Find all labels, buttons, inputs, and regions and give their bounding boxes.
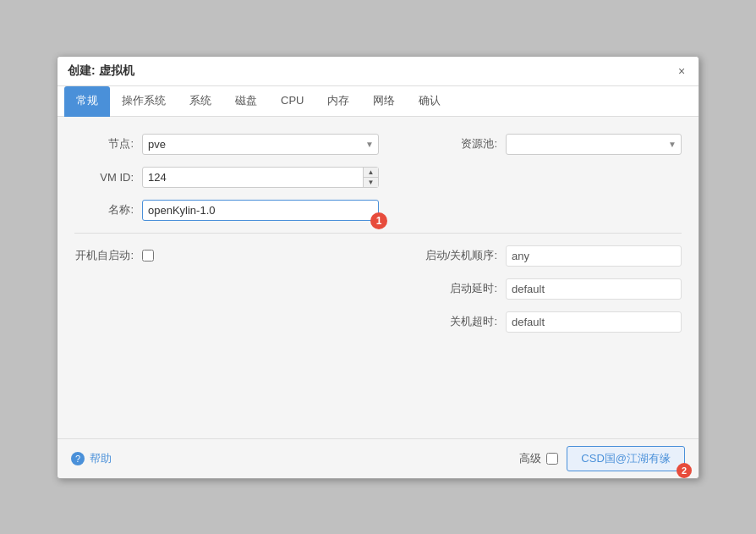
next-badge: 2 <box>677 463 692 478</box>
advanced-label: 高级 <box>519 451 541 466</box>
autostart-checkbox[interactable] <box>142 250 154 261</box>
dialog-body: 节点: pve ▼ 资源池: ▼ <box>58 117 698 438</box>
tab-system[interactable]: 系统 <box>178 86 223 117</box>
boot-order-label: 启动/关机顺序: <box>413 248 506 263</box>
autostart-label: 开机自启动: <box>74 248 142 263</box>
resource-pool-select[interactable] <box>506 134 682 155</box>
boot-order-value: any <box>506 245 682 267</box>
help-section[interactable]: ? 帮助 <box>71 451 112 466</box>
node-select-container: pve ▼ <box>142 134 379 155</box>
resource-pool-select-wrapper: ▼ <box>506 134 682 155</box>
create-vm-dialog: 创建: 虚拟机 × 常规 操作系统 系统 磁盘 CPU 内存 网络 确认 节点:… <box>57 56 699 479</box>
vmid-input[interactable] <box>142 167 379 188</box>
shutdown-timeout-right: 关机超时: default <box>413 311 682 333</box>
boot-delay-label: 启动延时: <box>413 281 506 296</box>
vmid-decrement-button[interactable]: ▼ <box>363 178 378 187</box>
shutdown-timeout-row: 关机超时: default <box>74 311 682 333</box>
node-select-wrapper: pve ▼ <box>142 134 379 155</box>
dialog-title: 创建: 虚拟机 <box>68 63 134 79</box>
advanced-checkbox[interactable] <box>546 453 558 465</box>
boot-delay-display: default <box>506 278 682 300</box>
tab-os[interactable]: 操作系统 <box>110 86 178 117</box>
name-input-container: 1 <box>142 200 379 221</box>
tab-cpu[interactable]: CPU <box>269 87 315 115</box>
tab-disk[interactable]: 磁盘 <box>223 86 269 117</box>
dialog-titlebar: 创建: 虚拟机 × <box>58 57 698 86</box>
shutdown-timeout-display: default <box>506 311 682 333</box>
vmid-increment-button[interactable]: ▲ <box>363 168 378 178</box>
boot-order-display: any <box>506 245 682 267</box>
boot-order-row: 启动/关机顺序: any <box>413 245 682 267</box>
resource-pool-label: 资源池: <box>413 136 506 151</box>
name-label: 名称: <box>74 202 142 217</box>
node-select[interactable]: pve <box>142 134 379 155</box>
name-badge: 1 <box>370 212 387 229</box>
resource-pool-row: 资源池: ▼ <box>413 134 682 155</box>
boot-delay-right: 启动延时: default <box>413 278 682 300</box>
boot-delay-row: 启动延时: default <box>74 278 682 300</box>
close-button[interactable]: × <box>675 64 688 78</box>
tab-bar: 常规 操作系统 系统 磁盘 CPU 内存 网络 确认 <box>58 86 698 117</box>
vmid-spinner: ▲ ▼ <box>142 167 379 188</box>
next-btn-wrapper: CSD国@江湖有缘 2 <box>567 446 685 471</box>
vmid-label: VM ID: <box>74 171 142 184</box>
tab-confirm[interactable]: 确认 <box>407 86 452 117</box>
help-label: 帮助 <box>90 451 112 466</box>
next-button[interactable]: CSD国@江湖有缘 <box>567 446 685 471</box>
tab-general[interactable]: 常规 <box>64 86 110 117</box>
autostart-row: 开机自启动: 启动/关机顺序: any <box>74 245 682 267</box>
node-label: 节点: <box>74 136 142 151</box>
advanced-section: 高级 <box>519 451 558 466</box>
name-input[interactable] <box>142 200 379 221</box>
dialog-footer: ? 帮助 高级 CSD国@江湖有缘 2 <box>58 438 698 478</box>
divider <box>74 233 682 234</box>
shutdown-timeout-label: 关机超时: <box>413 314 506 329</box>
footer-actions: 高级 CSD国@江湖有缘 2 <box>519 446 685 471</box>
help-icon: ? <box>71 452 85 465</box>
tab-memory[interactable]: 内存 <box>315 86 361 117</box>
tab-network[interactable]: 网络 <box>361 86 407 117</box>
name-row: 名称: 1 <box>74 200 682 221</box>
vmid-row: VM ID: ▲ ▼ <box>74 167 682 188</box>
autostart-checkbox-wrapper <box>142 250 379 261</box>
next-button-label: CSD国@江湖有缘 <box>581 452 671 465</box>
node-row: 节点: pve ▼ 资源池: ▼ <box>74 134 682 155</box>
